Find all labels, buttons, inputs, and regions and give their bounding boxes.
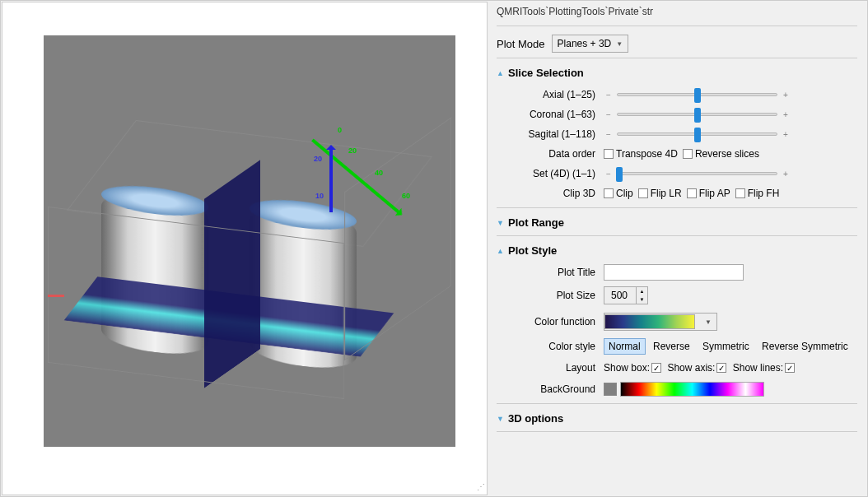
section-title: Plot Style [508,244,557,257]
set4d-slider[interactable] [617,172,777,175]
checkbox-icon[interactable] [683,149,693,159]
color-style-reverse[interactable]: Reverse [648,338,695,355]
coronal-minus[interactable]: − [604,109,614,119]
axial-label: Axial (1–25) [497,89,604,100]
flip-lr-check[interactable]: Flip LR [638,188,682,199]
coronal-plus[interactable]: + [781,109,791,119]
plot-title-label: Plot Title [497,267,604,278]
background-label: BackGround [497,383,604,395]
scene-3d[interactable]: 0 20 40 60 20 10 [93,134,406,397]
chevron-down-icon: ▼ [700,318,716,326]
divider [497,26,857,26]
flip-ap-check[interactable]: Flip AP [687,188,730,199]
color-function-select[interactable]: ▼ [604,313,717,331]
chevron-up-icon: ▲ [497,69,505,77]
section-3d-options[interactable]: ▼ 3D options [497,412,857,425]
plot-size-label: Plot Size [497,290,604,301]
axis-red [48,295,64,297]
show-box-label: Show box: [604,362,650,374]
transpose-4d-check[interactable]: Transpose 4D [604,148,678,160]
axis-blue-tick1: 10 [315,192,324,200]
coronal-thumb[interactable] [694,108,701,123]
section-title: Plot Range [508,216,564,229]
set4d-plus[interactable]: + [781,169,791,179]
sagital-plus[interactable]: + [781,129,791,139]
set4d-thumb[interactable] [616,167,623,182]
plot-mode-value: Planes + 3D [558,38,612,49]
axis-green-tick1: 20 [348,146,357,155]
divider [497,431,857,432]
plot-canvas[interactable]: 0 20 40 60 20 10 [44,35,455,447]
axis-green-tick0: 0 [338,126,342,134]
axial-slider[interactable] [617,93,777,96]
coronal-slider[interactable] [617,113,777,116]
sagital-thumb[interactable] [694,128,701,142]
show-lines-label: Show lines: [733,362,783,374]
reverse-slices-text: Reverse slices [695,148,759,160]
color-style-setter: Normal Reverse Symmetric Reverse Symmetr… [604,341,853,352]
axis-green-tick2: 40 [375,169,383,177]
plot-size-spinner[interactable]: 500 ▲ ▼ [604,286,648,304]
checkbox-icon[interactable] [604,149,614,159]
viewer-pane: 0 20 40 60 20 10 ⋰ [2,2,488,495]
dataorder-label: Data order [497,148,604,160]
clip-check[interactable]: Clip [604,188,633,199]
show-axis-label: Show axis: [667,362,715,374]
sagital-label: Sagital (1–118) [497,128,604,140]
divider [497,403,857,404]
color-function-label: Color function [497,316,604,327]
section-plot-style[interactable]: ▲ Plot Style [497,244,857,257]
show-box-check[interactable]: ✓ [651,363,661,373]
flip-fh-text: Flip FH [748,188,780,199]
color-style-label: Color style [497,341,604,352]
section-plot-range[interactable]: ▼ Plot Range [497,216,857,229]
clip3d-label: Clip 3D [497,188,604,199]
flip-ap-text: Flip AP [699,188,730,199]
control-panel: QMRITools`PlottingTools`Private`str Plot… [488,1,867,496]
breadcrumb: QMRITools`PlottingTools`Private`str [497,6,857,21]
set4d-minus[interactable]: − [604,169,614,179]
color-style-symmetric[interactable]: Symmetric [698,338,754,355]
spinner-down-icon[interactable]: ▼ [637,295,647,304]
sagital-minus[interactable]: − [604,129,614,139]
divider [497,58,857,58]
resize-grip[interactable]: ⋰ [477,485,485,493]
axis-green-tick3: 60 [402,192,410,200]
checkbox-icon[interactable] [638,188,648,198]
axial-plus[interactable]: + [781,90,791,100]
axial-thumb[interactable] [694,88,701,103]
coronal-label: Coronal (1–63) [497,109,604,120]
show-lines-check[interactable]: ✓ [785,363,795,373]
color-style-reverse-symmetric[interactable]: Reverse Symmetric [757,338,853,355]
background-color-swatch[interactable] [604,383,617,396]
section-title: Slice Selection [508,67,584,79]
color-style-normal[interactable]: Normal [604,338,646,355]
sagital-slider[interactable] [617,132,777,136]
plot-title-input[interactable] [604,264,744,281]
checkbox-icon[interactable] [687,188,697,198]
axis-blue [329,146,333,212]
checkbox-icon[interactable] [735,188,745,198]
transpose-4d-text: Transpose 4D [616,148,678,160]
chevron-up-icon: ▲ [497,247,505,255]
chevron-down-icon: ▼ [616,40,623,48]
set4d-label: Set (4D) (1–1) [497,168,604,179]
chevron-down-icon: ▼ [497,219,505,227]
divider [497,235,857,236]
divider [497,207,857,208]
flip-lr-text: Flip LR [651,188,682,199]
plot-size-value: 500 [604,290,636,301]
plot-mode-select[interactable]: Planes + 3D ▼ [552,35,629,53]
background-color-slider[interactable] [620,382,764,397]
chevron-down-icon: ▼ [497,415,505,423]
reverse-slices-check[interactable]: Reverse slices [683,148,759,160]
axial-minus[interactable]: − [604,90,614,100]
show-axis-check[interactable]: ✓ [716,363,726,373]
axis-blue-tick2: 20 [314,155,322,163]
section-slice-selection[interactable]: ▲ Slice Selection [497,67,857,79]
spinner-up-icon[interactable]: ▲ [637,287,647,295]
plot-mode-label: Plot Mode [497,38,545,50]
flip-fh-check[interactable]: Flip FH [735,188,780,199]
app-root: 0 20 40 60 20 10 ⋰ QMRITools`PlottingToo… [0,0,868,497]
checkbox-icon[interactable] [604,188,614,198]
